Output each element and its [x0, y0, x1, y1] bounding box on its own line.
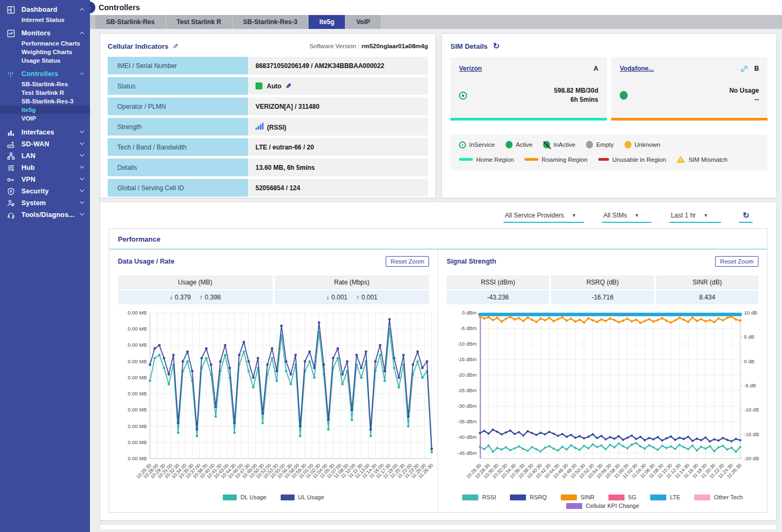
- sidebar-item-label: Security: [21, 188, 78, 195]
- sim-mismatch-icon: [676, 156, 685, 163]
- reset-zoom-button[interactable]: Reset Zoom: [386, 256, 429, 267]
- refresh-icon[interactable]: ↻: [493, 41, 500, 51]
- page-title: Controllers: [99, 3, 140, 12]
- refresh-charts-icon[interactable]: ↻: [739, 211, 753, 223]
- sim-details-title: SIM Details: [450, 42, 487, 50]
- sidebar-item-tools-diagnostics[interactable]: Tools/Diagnos...: [0, 209, 90, 221]
- tab-test-starlink-r[interactable]: Test Starlink R: [166, 15, 232, 29]
- row-value: 13.60 MB, 6h 5mins: [248, 159, 428, 176]
- sidebar-item-controllers[interactable]: Controllers: [0, 68, 90, 80]
- svg-text:0.00 MB: 0.00 MB: [128, 455, 147, 461]
- svg-text:0.00 MB: 0.00 MB: [128, 439, 147, 445]
- svg-text:0.00 MB: 0.00 MB: [128, 326, 147, 332]
- sinr-swatch: [561, 494, 577, 500]
- next-panel-edge: [100, 524, 777, 529]
- empty-icon: [586, 141, 593, 148]
- sidebar-item-label: Controllers: [21, 70, 78, 78]
- svg-text:-30 dBm: -30 dBm: [457, 403, 477, 409]
- vpn-key-icon: [0, 176, 21, 184]
- sidebar-item-label: LAN: [21, 152, 78, 160]
- reset-zoom-button[interactable]: Reset Zoom: [715, 256, 758, 267]
- edit-pencil-icon[interactable]: ✎: [285, 82, 291, 90]
- row-value: Auto✎: [248, 77, 428, 95]
- sidebar-item-lan[interactable]: LAN: [0, 150, 90, 162]
- svg-text:0.00 MB: 0.00 MB: [128, 391, 147, 396]
- svg-text:0.00 MB: 0.00 MB: [128, 423, 147, 429]
- table-row: Global / Serving Cell ID 52056854 / 124: [108, 179, 428, 197]
- sim-carrier-link[interactable]: Vodafone...: [620, 65, 654, 72]
- lte-swatch: [650, 494, 666, 500]
- sidebar-item-usage-status[interactable]: Usage Status: [0, 56, 90, 65]
- home-region-swatch: [459, 158, 473, 161]
- legend-lte[interactable]: LTE: [650, 494, 680, 500]
- controller-tabs: SB-Starlink-Res Test Starlink R SB-Starl…: [90, 15, 782, 29]
- sidebar-item-system[interactable]: System: [0, 197, 90, 209]
- tab-voip[interactable]: VoIP: [345, 15, 381, 29]
- sdwan-router-icon: [0, 140, 21, 148]
- sidebar-item-hub[interactable]: Hub: [0, 162, 90, 174]
- svg-text:-15 dB: -15 dB: [744, 431, 759, 437]
- row-label: Tech / Band / Bandwidth: [108, 138, 248, 156]
- sidebar-item-label: Hub: [21, 164, 78, 171]
- lan-network-icon: [0, 152, 21, 160]
- sidebar-item-security[interactable]: Security: [0, 185, 90, 197]
- sidebar-item-label: System: [21, 199, 78, 207]
- row-label: Strength: [108, 118, 248, 136]
- legend-roaming-region: Roaming Region: [524, 156, 588, 163]
- legend-ul-usage[interactable]: UL Usage: [281, 494, 325, 500]
- sidebar-item-test-starlink-r[interactable]: Test Starlink R: [0, 88, 90, 97]
- sim-slot-label: A: [593, 65, 598, 72]
- kpi-change-swatch: [566, 503, 582, 509]
- roaming-region-strip: [611, 118, 768, 121]
- svg-text:-40 dBm: -40 dBm: [457, 434, 477, 440]
- sidebar-item-sb-starlink-res-3[interactable]: SB-Starlink-Res-3: [0, 97, 90, 106]
- sims-select[interactable]: All SIMs▼: [602, 211, 651, 223]
- legend-other-tech[interactable]: Other Tech: [694, 494, 743, 500]
- sidebar-item-internet-status[interactable]: Internet Status: [0, 16, 90, 24]
- 5g-swatch: [608, 494, 625, 500]
- sidebar-item-interfaces[interactable]: Interfaces: [0, 126, 90, 138]
- sidebar-item-monitors[interactable]: Monitors: [0, 27, 90, 39]
- svg-text:-5 dB: -5 dB: [744, 383, 756, 388]
- performance-section: Performance Data Usage / Rate Reset Zoom…: [109, 228, 768, 513]
- table-row: IMEI / Serial Number 868371050206149 / A…: [108, 57, 428, 74]
- svg-text:0.00 MB: 0.00 MB: [128, 374, 147, 380]
- edit-pencil-icon[interactable]: ✎: [172, 42, 178, 50]
- sidebar-item-lte5g[interactable]: lte5g: [0, 106, 90, 114]
- service-provider-select[interactable]: All Service Providers▼: [503, 211, 584, 223]
- sidebar-item-vpn[interactable]: VPN: [0, 174, 90, 185]
- row-value: VERIZON[A] / 311480: [248, 98, 428, 115]
- dropdown-arrow-icon: ▼: [703, 213, 708, 218]
- sim-carrier-link[interactable]: Verizon: [459, 65, 482, 72]
- legend-sinr[interactable]: SINR: [561, 494, 595, 500]
- sidebar-item-dashboard[interactable]: Dashboard: [0, 4, 90, 16]
- sidebar-item-voip[interactable]: VOIP: [0, 114, 90, 123]
- sidebar-item-weighting-charts[interactable]: Weighting Charts: [0, 48, 90, 56]
- legend-5g[interactable]: 5G: [608, 494, 636, 500]
- sidebar-item-sb-starlink-res[interactable]: SB-Starlink-Res: [0, 80, 90, 88]
- table-row: Operator / PLMN VERIZON[A] / 311480: [108, 98, 428, 115]
- legend-rsrq[interactable]: RSRQ: [510, 494, 547, 500]
- software-version: Software Version :rm520nglaar01a08m4g: [310, 43, 428, 49]
- svg-text:0.00 MB: 0.00 MB: [128, 342, 147, 348]
- svg-text:-15 dBm: -15 dBm: [457, 356, 477, 362]
- tab-lte5g[interactable]: lte5g: [309, 15, 345, 29]
- data-usage-title: Data Usage / Rate: [118, 258, 175, 265]
- sidebar-item-performance-charts[interactable]: Performance Charts: [0, 39, 90, 48]
- chevron-up-icon: [80, 8, 84, 12]
- interfaces-icon: [0, 129, 21, 137]
- sidebar-item-sdwan[interactable]: SD-WAN: [0, 138, 90, 150]
- data-usage-chart[interactable]: 10:26:3010:28:0010:29:3010:31:0010:32:30…: [118, 309, 429, 493]
- signal-strength-chart[interactable]: 10:26:3010:28:3010:30:3010:32:3010:34:30…: [447, 309, 758, 493]
- legend-rssi[interactable]: RSSI: [462, 494, 496, 500]
- row-label: Operator / PLMN: [108, 98, 248, 115]
- sinr-stat: SINR (dB) 8.434: [656, 275, 758, 304]
- time-range-select[interactable]: Last 1 hr▼: [670, 211, 721, 223]
- tab-sb-starlink-res[interactable]: SB-Starlink-Res: [95, 15, 166, 29]
- legend-home-region: Home Region: [459, 156, 514, 163]
- legend-dl-usage[interactable]: DL Usage: [223, 494, 267, 500]
- active-status-icon: [620, 91, 628, 100]
- legend-cellular-kpi-change[interactable]: Cellular KPI Change: [566, 503, 640, 509]
- tab-sb-starlink-res-3[interactable]: SB-Starlink-Res-3: [232, 15, 309, 29]
- sim-status-legend: InService Active InActive Empty Unknown …: [450, 134, 768, 170]
